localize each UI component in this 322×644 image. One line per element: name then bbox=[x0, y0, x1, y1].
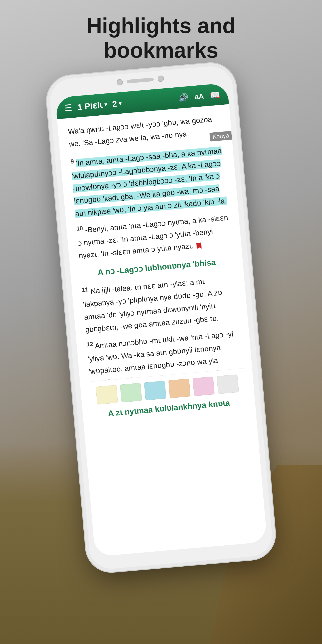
verse-9-text[interactable]: 'In amɩa, amɩa -Lagɔ -saa -bha, a ka nyɩ… bbox=[72, 146, 227, 218]
camera-dot-2 bbox=[158, 75, 164, 82]
book-dropdown-arrow[interactable]: ▾ bbox=[104, 102, 107, 108]
verse-11-num: 11 bbox=[82, 286, 88, 293]
swatch-green[interactable] bbox=[120, 383, 142, 402]
title-line1: Highlights and bbox=[0, 14, 322, 38]
font-size-icon[interactable]: aA bbox=[194, 92, 204, 101]
bookmark-icon[interactable] bbox=[196, 242, 202, 249]
intro-verse: Wa'a ŋwnu -Lagɔɔ wɛlɩ -yɔɔ 'gbʋ, wa gozo… bbox=[68, 112, 222, 150]
header-icons: 🔊 aA 📖 bbox=[178, 90, 220, 103]
screen-content: Kouya Wa'a ŋwnu -Lagɔɔ wɛlɩ -yɔɔ 'gbʋ, w… bbox=[57, 104, 256, 431]
menu-icon[interactable]: ☰ bbox=[64, 103, 72, 113]
chapter-dropdown-arrow[interactable]: ▾ bbox=[118, 100, 122, 107]
phone-screen: ☰ 1 Piɛlɩ ▾ 2 ▾ 🔊 aA 📖 Kouya Wa'a ŋwn bbox=[55, 83, 268, 556]
verse-11-block: 11 Na jijli -talea, ɩn nɛɛ aɩn -ylaɛ: a … bbox=[82, 272, 238, 336]
verse-12-num: 12 bbox=[86, 340, 93, 348]
camera-dot bbox=[116, 79, 123, 86]
phone-camera-area bbox=[116, 75, 164, 86]
verse-9-num: 9 bbox=[70, 158, 74, 165]
book-name: 1 Piɛlɩ bbox=[77, 100, 103, 112]
chapter-selector[interactable]: 2 ▾ bbox=[112, 98, 122, 109]
verse-9-block: 9 'In amɩa, amɩa -Lagɔ -saa -bha, a ka n… bbox=[70, 143, 228, 220]
header-spacer bbox=[127, 99, 173, 103]
book-title[interactable]: 1 Piɛlɩ ▾ bbox=[77, 100, 107, 112]
swatch-gray[interactable] bbox=[217, 374, 239, 394]
verse-10-block: 10 -Benyi, amɩa 'nɩa -Lagɔɔ nyɩma, a ka … bbox=[76, 210, 232, 262]
page-title: Highlights and bookmarks bbox=[0, 14, 322, 63]
swatch-yellow[interactable] bbox=[96, 385, 118, 404]
swatch-pink[interactable] bbox=[192, 376, 215, 396]
title-line2: bookmarks bbox=[0, 38, 322, 62]
swatch-cyan[interactable] bbox=[144, 380, 166, 400]
speaker-bar bbox=[127, 78, 154, 84]
chapter-number: 2 bbox=[112, 99, 118, 109]
audio-icon[interactable]: 🔊 bbox=[178, 93, 189, 103]
verse-10-num: 10 bbox=[76, 225, 83, 232]
swatch-orange[interactable] bbox=[168, 378, 190, 398]
verse-11-text: Na jijli -talea, ɩn nɛɛ aɩn -ylaɛ: a mɩ … bbox=[83, 277, 222, 334]
verse-10-text: -Benyi, amɩa 'nɩa -Lagɔɔ nyɩma, a ka -sl… bbox=[77, 213, 228, 260]
book-view-icon[interactable]: 📖 bbox=[210, 90, 220, 100]
